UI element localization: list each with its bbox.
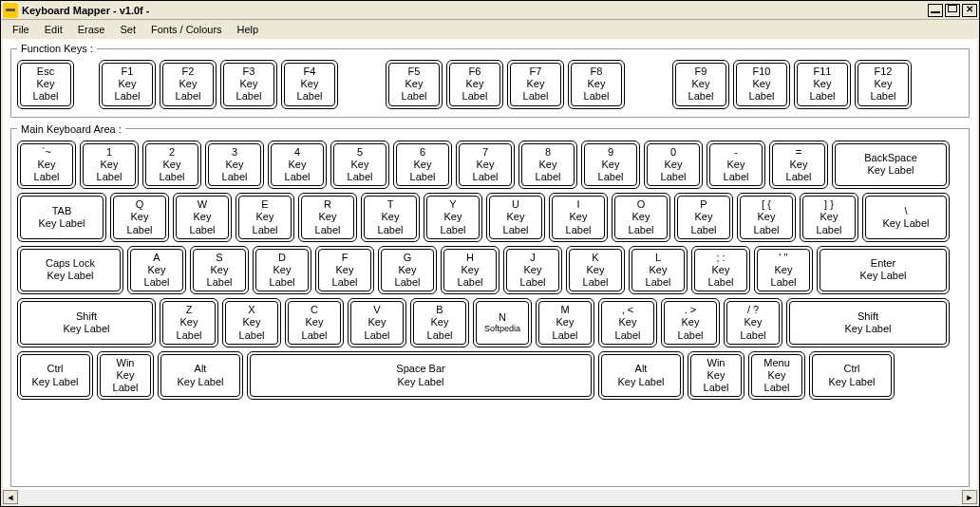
key-r1-7[interactable]: 7KeyLabel xyxy=(456,141,515,190)
function-key-row: EscKeyLabelF1KeyLabelF2KeyLabelF3KeyLabe… xyxy=(17,60,963,109)
menu-file[interactable]: File xyxy=(7,23,35,36)
key-label-line1: Key xyxy=(602,159,620,171)
key-rctrl[interactable]: CtrlKey Label xyxy=(809,351,895,401)
key-f6[interactable]: F6KeyLabel xyxy=(446,60,503,109)
key-f11[interactable]: F11KeyLabel xyxy=(794,60,851,109)
menu-erase[interactable]: Erase xyxy=(72,23,111,36)
key-r4-8[interactable]: . >KeyLabel xyxy=(661,298,720,347)
key-label-line2: Label xyxy=(503,224,529,236)
key-f9[interactable]: F9KeyLabel xyxy=(672,60,729,109)
key-r4-5[interactable]: NSoftpedia xyxy=(473,298,532,347)
menu-edit[interactable]: Edit xyxy=(39,23,68,36)
key-cap: F9 xyxy=(695,66,707,78)
key-rshift[interactable]: ShiftKey Label xyxy=(786,298,950,347)
key-backspace[interactable]: BackSpaceKey Label xyxy=(832,141,950,190)
key-r3-7[interactable]: KKeyLabel xyxy=(566,246,625,295)
key-r2-11[interactable]: ] }KeyLabel xyxy=(800,193,858,242)
key-r3-2[interactable]: DKeyLabel xyxy=(253,246,311,295)
key-f3[interactable]: F3KeyLabel xyxy=(220,60,277,109)
key-r1-3[interactable]: 3KeyLabel xyxy=(205,141,264,190)
key-f4[interactable]: F4KeyLabel xyxy=(281,60,338,109)
menu-help[interactable]: Help xyxy=(232,23,265,36)
key-r4-7[interactable]: , <KeyLabel xyxy=(598,298,657,347)
scroll-right-button[interactable]: ► xyxy=(962,490,977,504)
key-f2[interactable]: F2KeyLabel xyxy=(160,60,217,109)
key-r3-10[interactable]: ' ''KeyLabel xyxy=(754,246,813,295)
key-f1[interactable]: F1KeyLabel xyxy=(99,60,156,109)
key-r2-5[interactable]: YKeyLabel xyxy=(424,193,482,242)
menu-fonts-colours[interactable]: Fonts / Colours xyxy=(145,23,228,36)
key-r1-4[interactable]: 4KeyLabel xyxy=(268,141,327,190)
key-lalt[interactable]: AltKey Label xyxy=(158,351,243,401)
key-r3-4[interactable]: GKeyLabel xyxy=(378,246,437,295)
key-esc[interactable]: EscKeyLabel xyxy=(17,60,74,109)
key-menu[interactable]: MenuKeyLabel xyxy=(748,351,805,401)
key-r1-10[interactable]: 0KeyLabel xyxy=(644,141,703,190)
horizontal-scrollbar[interactable]: ◄ ► xyxy=(3,489,977,504)
key-cap: F3 xyxy=(243,66,255,78)
key-r1-12[interactable]: =KeyLabel xyxy=(769,141,828,190)
key-r3-6[interactable]: JKeyLabel xyxy=(503,246,562,295)
key-r1-1[interactable]: 1KeyLabel xyxy=(80,141,139,190)
scroll-left-button[interactable]: ◄ xyxy=(3,490,18,504)
key-r1-11[interactable]: -KeyLabel xyxy=(707,141,765,190)
key-r3-1[interactable]: SKeyLabel xyxy=(190,246,249,295)
key-r2-3[interactable]: RKeyLabel xyxy=(298,193,357,242)
key-r3-5[interactable]: HKeyLabel xyxy=(441,246,499,295)
menu-set[interactable]: Set xyxy=(114,23,141,36)
key-capslock[interactable]: Caps LockKey Label xyxy=(17,246,123,295)
key-f12[interactable]: F12KeyLabel xyxy=(855,60,912,109)
key-label: Key Label xyxy=(178,376,224,388)
key-r3-3[interactable]: FKeyLabel xyxy=(315,246,374,295)
key-r3-9[interactable]: ; :KeyLabel xyxy=(691,246,750,295)
key-r3-0[interactable]: AKeyLabel xyxy=(127,246,186,295)
key-label: Softpedia xyxy=(484,324,520,334)
key-ralt[interactable]: AltKey Label xyxy=(598,351,684,401)
key-lctrl[interactable]: CtrlKey Label xyxy=(17,351,93,401)
key-r2-1[interactable]: WKeyLabel xyxy=(173,193,232,242)
key-r2-10[interactable]: [ {KeyLabel xyxy=(737,193,796,242)
key-r4-0[interactable]: ZKeyLabel xyxy=(160,298,218,347)
key-r4-1[interactable]: XKeyLabel xyxy=(222,298,281,347)
key-enter[interactable]: EnterKey Label xyxy=(817,246,950,295)
key-r1-9[interactable]: 9KeyLabel xyxy=(581,141,640,190)
key-r4-3[interactable]: VKeyLabel xyxy=(348,298,406,347)
key-r1-8[interactable]: 8KeyLabel xyxy=(518,141,577,190)
key-r2-7[interactable]: IKeyLabel xyxy=(549,193,608,242)
key-f8[interactable]: F8KeyLabel xyxy=(568,60,625,109)
key-spacebar[interactable]: Space BarKey Label xyxy=(247,351,594,401)
key-rwin[interactable]: WinKeyLabel xyxy=(688,351,744,401)
key-r2-2[interactable]: EKeyLabel xyxy=(236,193,294,242)
key-r1-6[interactable]: 6KeyLabel xyxy=(393,141,452,190)
key-label-line2: Label xyxy=(771,276,797,289)
key-r4-2[interactable]: CKeyLabel xyxy=(285,298,344,347)
key-tab[interactable]: TABKey Label xyxy=(17,193,106,242)
key-cap: T xyxy=(387,198,394,211)
key-label-line1: Key xyxy=(194,211,212,223)
key-backslash[interactable]: \Key Label xyxy=(862,193,950,242)
key-label-line1: Key xyxy=(477,159,495,171)
key-f5[interactable]: F5KeyLabel xyxy=(386,60,443,109)
key-r2-8[interactable]: OKeyLabel xyxy=(612,193,670,242)
key-lwin[interactable]: WinKeyLabel xyxy=(97,351,154,401)
key-r2-9[interactable]: PKeyLabel xyxy=(674,193,733,242)
key-f7[interactable]: F7KeyLabel xyxy=(507,60,564,109)
key-f10[interactable]: F10KeyLabel xyxy=(733,60,790,109)
key-r1-0[interactable]: `~KeyLabel xyxy=(17,141,76,190)
key-r1-5[interactable]: 5KeyLabel xyxy=(330,141,389,190)
key-r2-0[interactable]: QKeyLabel xyxy=(110,193,169,242)
key-r4-4[interactable]: BKeyLabel xyxy=(410,298,469,347)
key-r1-2[interactable]: 2KeyLabel xyxy=(142,141,201,190)
key-r2-4[interactable]: TKeyLabel xyxy=(361,193,420,242)
key-r3-8[interactable]: LKeyLabel xyxy=(629,246,688,295)
key-r2-6[interactable]: UKeyLabel xyxy=(486,193,545,242)
maximize-button[interactable] xyxy=(945,4,960,17)
minimize-button[interactable] xyxy=(928,4,943,17)
key-r4-9[interactable]: / ?KeyLabel xyxy=(724,298,782,347)
key-lshift[interactable]: ShiftKey Label xyxy=(17,298,156,347)
scroll-track[interactable] xyxy=(18,490,962,504)
key-cap: C xyxy=(311,304,318,316)
key-r4-6[interactable]: MKeyLabel xyxy=(536,298,594,347)
close-button[interactable]: ✕ xyxy=(962,4,977,17)
key-label-line1: Key xyxy=(753,78,771,90)
